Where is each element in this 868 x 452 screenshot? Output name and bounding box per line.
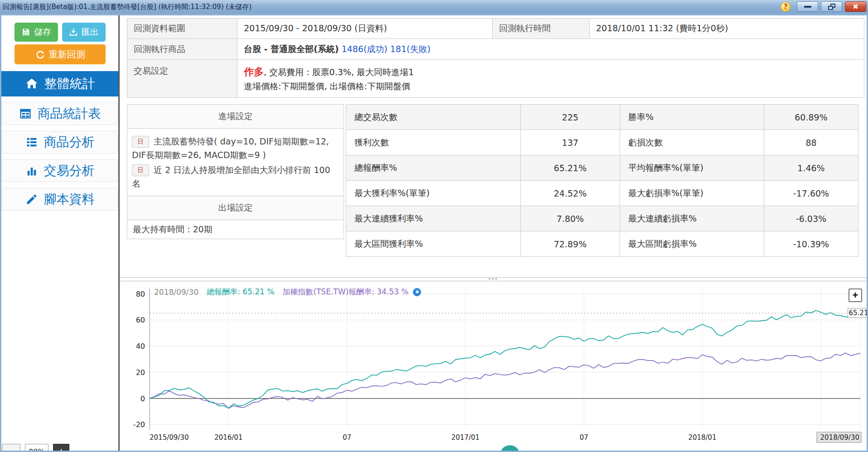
list-icon <box>25 136 38 149</box>
info-value-trade-settings: 作多, 交易費用 : 股票0.3%, 最大同時進場1 進場價格:下期開盤價, 出… <box>238 60 864 98</box>
entry-rule: 日近 2 日法人持股增加全部由大到小排行前 100 名 <box>132 163 339 190</box>
window-title: 回測報告[選股](Beta版):01.主流股蓄勢待發[台股] (執行時間:11:… <box>0 3 252 11</box>
svg-text:0: 0 <box>141 394 145 403</box>
export-icon <box>69 28 78 37</box>
stat-value: 60.89% <box>764 105 858 130</box>
info-value-exec-time: 2018/10/01 11:32 (費時1分0秒) <box>590 19 864 39</box>
restore-icon <box>828 4 835 10</box>
close-button[interactable]: ✖ <box>845 1 866 12</box>
rerun-backtest-button[interactable]: 重新回測 <box>15 44 106 64</box>
main-content: 回測資料範圍 2015/09/30 - 2018/09/30 (日資料) 回測執… <box>120 15 867 451</box>
stat-value: 72.89% <box>521 231 620 257</box>
stat-label: 最大連續虧損率% <box>620 206 764 231</box>
table-icon <box>19 107 32 120</box>
export-label: 匯出 <box>82 26 99 38</box>
backtest-info-table: 回測資料範圍 2015/09/30 - 2018/09/30 (日資料) 回測執… <box>127 18 864 98</box>
info-value-range: 2015/09/30 - 2018/09/30 (日資料) <box>238 19 493 39</box>
table-row: 最大獲利率%(單筆) 24.52% 最大虧損率%(單筆) -17.60% <box>346 181 858 206</box>
restore-button[interactable] <box>821 1 842 12</box>
stat-value: 1.46% <box>764 155 858 181</box>
nav-label: 交易分析 <box>44 162 95 179</box>
pencil-icon <box>25 193 38 206</box>
info-label-product: 回測執行商品 <box>127 39 238 60</box>
client-area: 儲存 匯出 重新回測 整體統計 商品統計表 <box>1 15 867 451</box>
legend-index-return: 加權指數(TSE.TW)報酬率: 34.53 % <box>282 287 408 297</box>
entry-settings-header: 進場設定 <box>127 105 344 128</box>
floppy-icon <box>21 28 30 37</box>
svg-text:40: 40 <box>136 342 145 351</box>
stat-value: 225 <box>521 105 620 130</box>
info-label-trade-settings: 交易設定 <box>127 60 238 98</box>
stat-label: 最大連續獲利率% <box>346 206 521 231</box>
chart-zoom-in-button[interactable]: + <box>849 289 862 302</box>
save-button[interactable]: 儲存 <box>15 23 58 42</box>
zoom-out-button[interactable] <box>2 444 20 451</box>
table-row: 總報酬率% 65.21% 平均報酬率%(單筆) 1.46% <box>346 155 858 181</box>
zoom-in-button[interactable]: + <box>53 444 69 451</box>
nav-label: 商品分析 <box>44 134 95 151</box>
svg-text:2018/01: 2018/01 <box>688 433 716 442</box>
refresh-icon <box>35 49 45 59</box>
title-bar: 回測報告[選股](Beta版):01.主流股蓄勢待發[台股] (執行時間:11:… <box>0 0 868 14</box>
table-row: 獲利次數 137 虧損次數 88 <box>346 130 858 155</box>
product-result-link[interactable]: 1486(成功) 181(失敗) <box>342 44 431 54</box>
strategy-settings-panel: 進場設定 日主流股蓄勢待發( day=10, DIF短期期數=12, DIF長期… <box>127 104 344 239</box>
svg-text:20: 20 <box>136 368 145 377</box>
sidebar-item-product-stats-table[interactable]: 商品統計表 <box>2 102 118 125</box>
info-label-exec-time: 回測執行時間 <box>493 19 590 39</box>
stat-value: -10.39% <box>764 231 858 257</box>
sidebar-item-trade-analysis[interactable]: 交易分析 <box>2 159 118 182</box>
scroll-prev-button[interactable]: ◀ <box>500 445 520 451</box>
nav-label: 腳本資料 <box>44 191 95 208</box>
entry-rule: 日主流股蓄勢待發( day=10, DIF短期期數=12, DIF長期期數=26… <box>132 135 339 162</box>
stat-label: 總交易次數 <box>346 105 521 130</box>
stat-label: 最大區間獲利率% <box>346 231 521 257</box>
legend-date: 2018/09/30 <box>154 288 199 297</box>
splitter-handle[interactable]: ••• <box>488 278 498 280</box>
stat-value: 137 <box>521 130 620 155</box>
minimize-button[interactable] <box>797 1 818 12</box>
svg-text:2016/01: 2016/01 <box>214 433 242 442</box>
table-row: 最大區間獲利率% 72.89% 最大區間虧損率% -10.39% <box>346 231 858 257</box>
performance-stats-table: 總交易次數 225 勝率% 60.89% 獲利次數 137 虧損次數 88 總報… <box>346 104 858 257</box>
nav-label: 整體統計 <box>44 75 95 92</box>
entry-rule-text: 近 2 日法人持股增加全部由大到小排行前 100 名 <box>132 165 330 188</box>
chart-end-value: 65.21 <box>848 308 867 318</box>
purple-series-line <box>150 353 860 408</box>
entry-settings-body: 日主流股蓄勢待發( day=10, DIF短期期數=12, DIF長期期數=26… <box>127 128 344 196</box>
teal-series-line <box>150 310 860 408</box>
stat-value: 65.21% <box>521 155 620 181</box>
horizontal-splitter[interactable]: ••• <box>120 277 867 281</box>
svg-text:2018/09/30: 2018/09/30 <box>820 433 859 442</box>
stat-value: -6.03% <box>764 206 858 231</box>
zoom-level: 90% <box>25 444 48 451</box>
save-label: 儲存 <box>34 26 51 38</box>
entry-rule-text: 主流股蓄勢待發( day=10, DIF短期期數=12, DIF長期期數=26,… <box>132 136 329 160</box>
svg-text:2017/01: 2017/01 <box>451 433 480 442</box>
exit-settings-header: 出場設定 <box>127 196 344 220</box>
product-name: 台股 - 普通股全部(系統) <box>244 44 339 54</box>
home-icon <box>25 77 39 91</box>
stat-label: 獲利次數 <box>346 130 521 155</box>
equity-curve-svg[interactable]: 806040200-202015/09/302016/01072017/0107… <box>127 285 864 444</box>
minimize-icon <box>804 6 811 8</box>
performance-chart[interactable]: 806040200-202015/09/302016/01072017/0107… <box>127 285 864 444</box>
sidebar-item-overall-stats[interactable]: 整體統計 <box>1 71 118 96</box>
sidebar-item-product-analysis[interactable]: 商品分析 <box>2 131 118 154</box>
help-icon[interactable]: ? <box>781 2 790 12</box>
stat-label: 總報酬率% <box>346 155 521 181</box>
bar-chart-icon <box>25 164 38 177</box>
app-window: 回測報告[選股](Beta版):01.主流股蓄勢待發[台股] (執行時間:11:… <box>0 0 868 452</box>
export-button[interactable]: 匯出 <box>62 23 106 42</box>
table-row: 總交易次數 225 勝率% 60.89% <box>346 105 858 130</box>
stat-value: 24.52% <box>521 181 620 206</box>
legend-total-return: 總報酬率: 65.21 % <box>207 287 274 297</box>
sidebar: 儲存 匯出 重新回測 整體統計 商品統計表 <box>1 15 118 451</box>
stat-label: 勝率% <box>620 105 764 130</box>
legend-close-icon[interactable]: ✖ <box>413 288 421 296</box>
sidebar-item-script-data[interactable]: 腳本資料 <box>2 188 118 211</box>
exit-rule: 最大持有時間 : 20期 <box>127 220 344 239</box>
stat-value: 7.80% <box>521 206 620 231</box>
zoom-controls: 90% + <box>2 444 69 451</box>
svg-text:80: 80 <box>136 290 145 298</box>
